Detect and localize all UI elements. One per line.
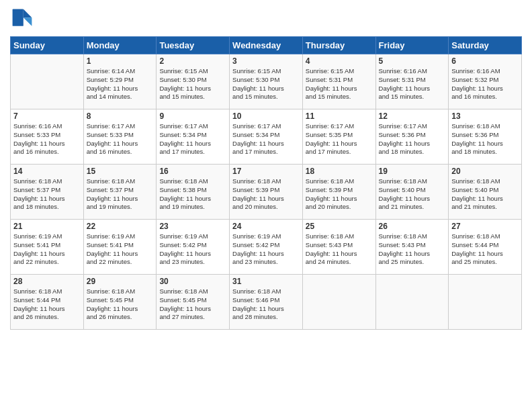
day-number: 20 [451,167,519,176]
calendar-cell: 25Sunrise: 6:18 AM Sunset: 5:43 PM Dayli… [302,220,375,275]
logo-icon [10,7,34,31]
day-number: 21 [13,222,81,231]
calendar-cell: 23Sunrise: 6:19 AM Sunset: 5:42 PM Dayli… [157,220,230,275]
day-number: 15 [87,167,154,176]
calendar-cell: 15Sunrise: 6:18 AM Sunset: 5:37 PM Dayli… [83,165,157,220]
calendar-cell: 14Sunrise: 6:18 AM Sunset: 5:37 PM Dayli… [11,165,84,220]
calendar-cell: 1Sunrise: 6:14 AM Sunset: 5:29 PM Daylig… [83,54,157,109]
calendar-cell: 2Sunrise: 6:15 AM Sunset: 5:30 PM Daylig… [157,54,230,109]
day-number: 25 [306,222,373,231]
day-number: 22 [87,222,154,231]
day-number: 7 [13,111,81,121]
day-info: Sunrise: 6:16 AM Sunset: 5:32 PM Dayligh… [451,67,519,101]
calendar-cell: 11Sunrise: 6:17 AM Sunset: 5:35 PM Dayli… [302,109,375,165]
calendar-table: SundayMondayTuesdayWednesdayThursdayFrid… [10,36,522,330]
day-info: Sunrise: 6:17 AM Sunset: 5:34 PM Dayligh… [232,122,300,156]
svg-marker-1 [24,17,32,26]
day-info: Sunrise: 6:18 AM Sunset: 5:37 PM Dayligh… [87,177,154,212]
calendar-cell: 9Sunrise: 6:17 AM Sunset: 5:34 PM Daylig… [157,109,230,165]
svg-marker-0 [24,9,32,18]
week-row-3: 14Sunrise: 6:18 AM Sunset: 5:37 PM Dayli… [11,165,522,220]
day-number: 5 [379,56,446,66]
calendar-cell [375,275,449,330]
day-info: Sunrise: 6:19 AM Sunset: 5:41 PM Dayligh… [13,232,81,267]
weekday-header-sunday: Sunday [11,37,84,54]
day-number: 31 [232,277,300,286]
weekday-header-tuesday: Tuesday [157,37,230,54]
calendar-cell [449,275,522,330]
day-info: Sunrise: 6:19 AM Sunset: 5:42 PM Dayligh… [159,232,226,267]
day-info: Sunrise: 6:15 AM Sunset: 5:31 PM Dayligh… [306,67,373,101]
day-info: Sunrise: 6:18 AM Sunset: 5:40 PM Dayligh… [379,177,446,212]
day-number: 26 [379,222,446,231]
weekday-header-wednesday: Wednesday [230,37,303,54]
day-number: 28 [13,277,81,286]
calendar-cell: 16Sunrise: 6:18 AM Sunset: 5:38 PM Dayli… [157,165,230,220]
day-info: Sunrise: 6:15 AM Sunset: 5:30 PM Dayligh… [232,67,300,101]
calendar-cell: 28Sunrise: 6:18 AM Sunset: 5:44 PM Dayli… [11,275,84,330]
day-number: 24 [232,222,300,231]
day-number: 17 [232,167,300,176]
day-info: Sunrise: 6:18 AM Sunset: 5:39 PM Dayligh… [306,177,373,212]
calendar-cell: 31Sunrise: 6:18 AM Sunset: 5:46 PM Dayli… [230,275,303,330]
calendar-cell: 18Sunrise: 6:18 AM Sunset: 5:39 PM Dayli… [302,165,375,220]
day-info: Sunrise: 6:18 AM Sunset: 5:36 PM Dayligh… [451,122,519,156]
calendar-cell [302,275,375,330]
calendar-cell: 8Sunrise: 6:17 AM Sunset: 5:33 PM Daylig… [83,109,157,165]
day-number: 1 [87,56,154,66]
calendar-cell: 5Sunrise: 6:16 AM Sunset: 5:31 PM Daylig… [375,54,449,109]
calendar-cell: 19Sunrise: 6:18 AM Sunset: 5:40 PM Dayli… [375,165,449,220]
calendar-cell: 17Sunrise: 6:18 AM Sunset: 5:39 PM Dayli… [230,165,303,220]
day-info: Sunrise: 6:18 AM Sunset: 5:43 PM Dayligh… [306,232,373,267]
day-info: Sunrise: 6:18 AM Sunset: 5:39 PM Dayligh… [232,177,300,212]
calendar-cell [11,54,84,109]
day-info: Sunrise: 6:18 AM Sunset: 5:37 PM Dayligh… [13,177,81,212]
calendar-cell: 13Sunrise: 6:18 AM Sunset: 5:36 PM Dayli… [449,109,522,165]
calendar-cell: 24Sunrise: 6:19 AM Sunset: 5:42 PM Dayli… [230,220,303,275]
week-row-1: 1Sunrise: 6:14 AM Sunset: 5:29 PM Daylig… [11,54,522,109]
calendar-cell: 30Sunrise: 6:18 AM Sunset: 5:45 PM Dayli… [157,275,230,330]
day-number: 4 [306,56,373,66]
calendar-cell: 7Sunrise: 6:16 AM Sunset: 5:33 PM Daylig… [11,109,84,165]
day-info: Sunrise: 6:18 AM Sunset: 5:45 PM Dayligh… [159,287,226,322]
day-number: 11 [306,111,373,121]
day-number: 29 [87,277,154,286]
week-row-5: 28Sunrise: 6:18 AM Sunset: 5:44 PM Dayli… [11,275,522,330]
day-number: 13 [451,111,519,121]
day-info: Sunrise: 6:17 AM Sunset: 5:36 PM Dayligh… [379,122,446,156]
calendar-cell: 29Sunrise: 6:18 AM Sunset: 5:45 PM Dayli… [83,275,157,330]
header [10,7,522,31]
day-info: Sunrise: 6:18 AM Sunset: 5:40 PM Dayligh… [451,177,519,212]
day-info: Sunrise: 6:16 AM Sunset: 5:31 PM Dayligh… [379,67,446,101]
calendar-cell: 6Sunrise: 6:16 AM Sunset: 5:32 PM Daylig… [449,54,522,109]
calendar-cell: 3Sunrise: 6:15 AM Sunset: 5:30 PM Daylig… [230,54,303,109]
day-number: 3 [232,56,300,66]
calendar-cell: 4Sunrise: 6:15 AM Sunset: 5:31 PM Daylig… [302,54,375,109]
day-number: 12 [379,111,446,121]
day-info: Sunrise: 6:19 AM Sunset: 5:41 PM Dayligh… [87,232,154,267]
calendar-cell: 26Sunrise: 6:18 AM Sunset: 5:43 PM Dayli… [375,220,449,275]
day-info: Sunrise: 6:17 AM Sunset: 5:34 PM Dayligh… [159,122,226,156]
weekday-header-thursday: Thursday [302,37,375,54]
calendar-cell: 22Sunrise: 6:19 AM Sunset: 5:41 PM Dayli… [83,220,157,275]
day-info: Sunrise: 6:18 AM Sunset: 5:44 PM Dayligh… [13,287,81,322]
day-info: Sunrise: 6:17 AM Sunset: 5:33 PM Dayligh… [87,122,154,156]
day-info: Sunrise: 6:14 AM Sunset: 5:29 PM Dayligh… [87,67,154,101]
calendar-cell: 21Sunrise: 6:19 AM Sunset: 5:41 PM Dayli… [11,220,84,275]
day-info: Sunrise: 6:19 AM Sunset: 5:42 PM Dayligh… [232,232,300,267]
page: SundayMondayTuesdayWednesdayThursdayFrid… [0,0,532,411]
day-number: 9 [159,111,226,121]
week-row-2: 7Sunrise: 6:16 AM Sunset: 5:33 PM Daylig… [11,109,522,165]
day-info: Sunrise: 6:18 AM Sunset: 5:38 PM Dayligh… [159,177,226,212]
day-number: 19 [379,167,446,176]
day-number: 23 [159,222,226,231]
calendar-cell: 12Sunrise: 6:17 AM Sunset: 5:36 PM Dayli… [375,109,449,165]
day-info: Sunrise: 6:16 AM Sunset: 5:33 PM Dayligh… [13,122,81,156]
day-info: Sunrise: 6:15 AM Sunset: 5:30 PM Dayligh… [159,67,226,101]
day-info: Sunrise: 6:17 AM Sunset: 5:35 PM Dayligh… [306,122,373,156]
week-row-4: 21Sunrise: 6:19 AM Sunset: 5:41 PM Dayli… [11,220,522,275]
day-number: 27 [451,222,519,231]
day-number: 14 [13,167,81,176]
weekday-header-monday: Monday [83,37,157,54]
day-number: 10 [232,111,300,121]
